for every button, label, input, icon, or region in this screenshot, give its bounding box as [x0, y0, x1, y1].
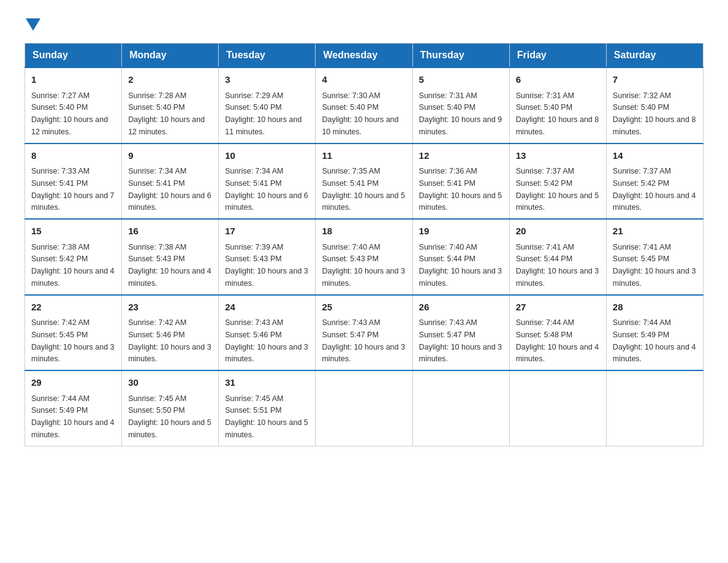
- day-daylight: Daylight: 10 hours and 5 minutes.: [419, 191, 502, 212]
- day-daylight: Daylight: 10 hours and 4 minutes.: [31, 267, 115, 288]
- day-sunrise: Sunrise: 7:29 AM: [225, 91, 283, 100]
- day-number: 13: [516, 149, 600, 163]
- calendar-cell: 7 Sunrise: 7:32 AM Sunset: 5:40 PM Dayli…: [606, 67, 703, 144]
- day-number: 30: [128, 376, 212, 390]
- day-sunset: Sunset: 5:42 PM: [31, 255, 88, 263]
- weekday-header-tuesday: Tuesday: [219, 44, 316, 68]
- calendar-cell: 15 Sunrise: 7:38 AM Sunset: 5:42 PM Dayl…: [25, 219, 122, 295]
- day-sunrise: Sunrise: 7:42 AM: [128, 318, 186, 327]
- day-sunrise: Sunrise: 7:37 AM: [516, 167, 574, 175]
- calendar-cell: [606, 370, 703, 446]
- day-sunset: Sunset: 5:40 PM: [128, 103, 184, 112]
- page-header: [25, 18, 703, 31]
- day-sunset: Sunset: 5:48 PM: [516, 331, 572, 339]
- day-sunset: Sunset: 5:43 PM: [322, 255, 378, 263]
- calendar-cell: 3 Sunrise: 7:29 AM Sunset: 5:40 PM Dayli…: [219, 67, 316, 144]
- day-number: 29: [31, 376, 115, 390]
- day-daylight: Daylight: 10 hours and 3 minutes.: [419, 267, 502, 288]
- calendar-cell: 22 Sunrise: 7:42 AM Sunset: 5:45 PM Dayl…: [25, 295, 122, 371]
- calendar-cell: 29 Sunrise: 7:44 AM Sunset: 5:49 PM Dayl…: [25, 370, 122, 446]
- calendar-cell: 18 Sunrise: 7:40 AM Sunset: 5:43 PM Dayl…: [316, 219, 412, 295]
- day-sunrise: Sunrise: 7:43 AM: [225, 318, 283, 327]
- day-number: 12: [419, 149, 503, 163]
- day-sunrise: Sunrise: 7:44 AM: [516, 318, 574, 327]
- day-sunrise: Sunrise: 7:31 AM: [516, 91, 574, 100]
- calendar-cell: 26 Sunrise: 7:43 AM Sunset: 5:47 PM Dayl…: [412, 295, 509, 371]
- day-sunset: Sunset: 5:46 PM: [128, 331, 184, 339]
- day-sunrise: Sunrise: 7:45 AM: [225, 394, 283, 403]
- calendar-cell: 12 Sunrise: 7:36 AM Sunset: 5:41 PM Dayl…: [412, 144, 509, 220]
- day-sunset: Sunset: 5:42 PM: [613, 179, 669, 188]
- day-sunrise: Sunrise: 7:31 AM: [419, 91, 477, 100]
- day-sunrise: Sunrise: 7:30 AM: [322, 91, 380, 100]
- day-number: 15: [31, 224, 115, 239]
- day-daylight: Daylight: 10 hours and 5 minutes.: [225, 418, 308, 439]
- day-sunset: Sunset: 5:49 PM: [31, 406, 88, 415]
- calendar-cell: 19 Sunrise: 7:40 AM Sunset: 5:44 PM Dayl…: [412, 219, 509, 295]
- day-sunrise: Sunrise: 7:38 AM: [31, 243, 89, 251]
- day-number: 6: [516, 73, 600, 87]
- day-sunset: Sunset: 5:44 PM: [516, 255, 572, 263]
- day-daylight: Daylight: 10 hours and 3 minutes.: [419, 343, 502, 364]
- calendar-cell: 4 Sunrise: 7:30 AM Sunset: 5:40 PM Dayli…: [316, 67, 412, 144]
- weekday-header-thursday: Thursday: [412, 44, 509, 68]
- day-sunset: Sunset: 5:47 PM: [322, 331, 378, 339]
- week-row-1: 1 Sunrise: 7:27 AM Sunset: 5:40 PM Dayli…: [25, 67, 703, 144]
- day-sunrise: Sunrise: 7:43 AM: [419, 318, 477, 327]
- calendar-cell: 17 Sunrise: 7:39 AM Sunset: 5:43 PM Dayl…: [219, 219, 316, 295]
- day-sunset: Sunset: 5:40 PM: [31, 103, 88, 112]
- day-daylight: Daylight: 10 hours and 3 minutes.: [516, 267, 599, 288]
- day-sunrise: Sunrise: 7:32 AM: [613, 91, 671, 100]
- calendar-cell: 14 Sunrise: 7:37 AM Sunset: 5:42 PM Dayl…: [606, 144, 703, 220]
- calendar-cell: [509, 370, 606, 446]
- week-row-3: 15 Sunrise: 7:38 AM Sunset: 5:42 PM Dayl…: [25, 219, 703, 295]
- day-number: 1: [31, 73, 115, 87]
- day-daylight: Daylight: 10 hours and 3 minutes.: [613, 267, 696, 288]
- day-daylight: Daylight: 10 hours and 3 minutes.: [225, 343, 308, 364]
- day-daylight: Daylight: 10 hours and 3 minutes.: [322, 343, 405, 364]
- day-sunrise: Sunrise: 7:39 AM: [225, 243, 283, 251]
- day-number: 11: [322, 149, 406, 163]
- day-daylight: Daylight: 10 hours and 4 minutes.: [31, 418, 115, 439]
- day-daylight: Daylight: 10 hours and 8 minutes.: [516, 115, 599, 136]
- day-number: 21: [613, 224, 697, 239]
- calendar-header-row: SundayMondayTuesdayWednesdayThursdayFrid…: [25, 44, 703, 68]
- day-sunrise: Sunrise: 7:42 AM: [31, 318, 89, 327]
- day-sunrise: Sunrise: 7:44 AM: [613, 318, 671, 327]
- day-sunset: Sunset: 5:40 PM: [613, 103, 669, 112]
- day-number: 20: [516, 224, 600, 239]
- day-sunset: Sunset: 5:44 PM: [419, 255, 476, 263]
- calendar-cell: 31 Sunrise: 7:45 AM Sunset: 5:51 PM Dayl…: [219, 370, 316, 446]
- day-sunset: Sunset: 5:47 PM: [419, 331, 476, 339]
- calendar-cell: 23 Sunrise: 7:42 AM Sunset: 5:46 PM Dayl…: [122, 295, 219, 371]
- day-number: 31: [225, 376, 309, 390]
- day-number: 24: [225, 301, 309, 315]
- day-daylight: Daylight: 10 hours and 5 minutes.: [322, 191, 405, 212]
- calendar-cell: 6 Sunrise: 7:31 AM Sunset: 5:40 PM Dayli…: [509, 67, 606, 144]
- day-daylight: Daylight: 10 hours and 3 minutes.: [225, 267, 308, 288]
- calendar-cell: 28 Sunrise: 7:44 AM Sunset: 5:49 PM Dayl…: [606, 295, 703, 371]
- day-number: 18: [322, 224, 406, 239]
- day-sunset: Sunset: 5:40 PM: [322, 103, 378, 112]
- day-sunrise: Sunrise: 7:37 AM: [613, 167, 671, 175]
- logo: [25, 18, 42, 31]
- day-sunset: Sunset: 5:41 PM: [225, 179, 281, 188]
- day-daylight: Daylight: 10 hours and 4 minutes.: [613, 191, 696, 212]
- day-daylight: Daylight: 10 hours and 3 minutes.: [128, 343, 211, 364]
- calendar-cell: 24 Sunrise: 7:43 AM Sunset: 5:46 PM Dayl…: [219, 295, 316, 371]
- day-daylight: Daylight: 10 hours and 3 minutes.: [31, 343, 115, 364]
- day-sunset: Sunset: 5:40 PM: [225, 103, 281, 112]
- day-number: 10: [225, 149, 309, 163]
- day-sunrise: Sunrise: 7:43 AM: [322, 318, 380, 327]
- day-number: 14: [613, 149, 697, 163]
- day-number: 25: [322, 301, 406, 315]
- day-sunset: Sunset: 5:40 PM: [419, 103, 476, 112]
- calendar-cell: 8 Sunrise: 7:33 AM Sunset: 5:41 PM Dayli…: [25, 144, 122, 220]
- day-sunrise: Sunrise: 7:45 AM: [128, 394, 186, 403]
- day-sunset: Sunset: 5:45 PM: [31, 331, 88, 339]
- day-daylight: Daylight: 10 hours and 6 minutes.: [225, 191, 308, 212]
- calendar-cell: 21 Sunrise: 7:41 AM Sunset: 5:45 PM Dayl…: [606, 219, 703, 295]
- day-daylight: Daylight: 10 hours and 4 minutes.: [516, 343, 599, 364]
- day-daylight: Daylight: 10 hours and 12 minutes.: [128, 115, 205, 136]
- day-sunrise: Sunrise: 7:34 AM: [225, 167, 283, 175]
